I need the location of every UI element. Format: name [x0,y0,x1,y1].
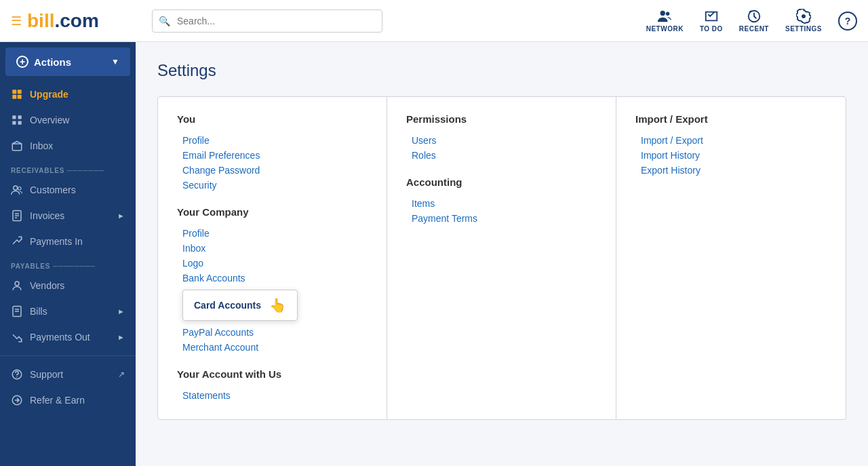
svg-point-0 [660,11,665,16]
sidebar-divider [0,355,136,356]
payment-terms-link[interactable]: Payment Terms [406,211,597,226]
recent-nav-item[interactable]: RECENT [739,9,769,33]
logo-link[interactable]: Logo [177,256,368,271]
logo: bill.com [27,10,99,32]
sidebar-item-customers[interactable]: Customers [0,177,136,203]
network-nav-item[interactable]: NETWORK [646,9,684,33]
svg-rect-12 [18,121,22,125]
paypal-accounts-link[interactable]: PayPal Accounts [177,325,368,340]
export-history-link[interactable]: Export History [635,163,827,178]
sidebar-item-inbox[interactable]: Inbox [0,133,136,159]
sidebar-item-invoices[interactable]: Invoices ► [0,203,136,229]
sidebar-item-payments-in[interactable]: Payments In [0,229,136,254]
vendors-icon [11,279,23,292]
support-icon [11,368,23,381]
sidebar-item-overview[interactable]: Overview [0,107,136,133]
payments-out-chevron-icon: ► [117,333,125,341]
profile-link[interactable]: Profile [177,133,368,148]
bank-accounts-link[interactable]: Bank Accounts [177,271,368,286]
sidebar-item-vendors[interactable]: Vendors [0,273,136,298]
svg-point-1 [666,12,670,16]
your-account-section-title: Your Account with Us [177,368,368,380]
todo-icon [704,9,719,24]
users-link[interactable]: Users [406,133,597,148]
svg-rect-9 [12,115,16,119]
statements-link[interactable]: Statements [177,388,368,403]
import-history-link[interactable]: Import History [635,148,827,163]
search-input[interactable] [152,9,382,33]
svg-rect-7 [12,95,16,99]
topbar: ☰ bill.com 🔍 NETWORK TO DO RECENT SETTI [0,0,868,42]
security-link[interactable]: Security [177,178,368,193]
search-bar: 🔍 [152,9,382,33]
sidebar: + Actions ▼ Upgrade Overview Inbox RECEI… [0,42,136,466]
receivables-section-label: RECEIVABLES ─────── [0,159,136,177]
refer-earn-icon [11,394,23,406]
your-company-section-title: Your Company [177,206,368,218]
company-profile-link[interactable]: Profile [177,226,368,241]
actions-chevron-icon: ▼ [111,57,119,66]
actions-button[interactable]: + Actions ▼ [5,47,130,76]
svg-rect-11 [12,121,16,125]
settings-icon [796,9,811,24]
invoices-chevron-icon: ► [117,212,125,220]
page-title: Settings [157,61,846,80]
cursor-icon: 👆 [269,297,286,313]
payables-section-label: PAYABLES ──────── [0,254,136,273]
bills-icon [11,305,23,317]
upgrade-item[interactable]: Upgrade [0,81,136,107]
upgrade-icon [11,88,23,100]
card-accounts-tooltip[interactable]: Card Accounts 👆 [182,290,298,321]
svg-rect-6 [18,90,22,94]
main-layout: + Actions ▼ Upgrade Overview Inbox RECEI… [0,42,868,466]
content-area: Settings You Profile Email Preferences C… [136,42,868,466]
svg-point-24 [16,376,18,378]
external-link-icon: ↗ [118,370,125,379]
settings-label: SETTINGS [785,25,822,33]
svg-rect-10 [18,115,22,119]
svg-point-4 [802,14,806,18]
settings-col-2: Permissions Users Roles Accounting Items… [387,97,616,419]
accounting-section-title: Accounting [406,176,597,188]
company-inbox-link[interactable]: Inbox [177,241,368,256]
svg-point-19 [15,281,19,286]
email-preferences-link[interactable]: Email Preferences [177,148,368,163]
invoices-icon [11,210,23,222]
hamburger-icon[interactable]: ☰ [11,14,22,28]
sidebar-item-payments-out[interactable]: Payments Out ► [0,324,136,350]
recent-label: RECENT [739,25,769,33]
svg-rect-5 [12,90,16,94]
payments-in-icon [11,235,23,248]
help-button[interactable]: ? [838,12,857,31]
payments-out-icon [11,331,23,343]
topbar-right: NETWORK TO DO RECENT SETTINGS ? [646,9,857,33]
svg-point-13 [14,186,18,190]
todo-nav-item[interactable]: TO DO [700,9,723,33]
card-accounts-tooltip-container: Card Accounts 👆 [182,290,368,321]
search-icon: 🔍 [159,16,170,26]
merchant-account-link[interactable]: Merchant Account [177,340,368,355]
network-label: NETWORK [646,25,684,33]
change-password-link[interactable]: Change Password [177,163,368,178]
import-export-section-title: Import / Export [635,113,827,125]
sidebar-item-support[interactable]: Support ↗ [0,362,136,387]
settings-grid: You Profile Email Preferences Change Pas… [157,96,846,420]
settings-col-3: Import / Export Import / Export Import H… [616,97,846,419]
sidebar-item-refer-earn[interactable]: Refer & Earn [0,387,136,413]
inbox-icon [11,140,23,152]
logo-area: ☰ bill.com [11,10,146,32]
permissions-section-title: Permissions [406,113,597,125]
sidebar-item-bills[interactable]: Bills ► [0,298,136,324]
import-export-link[interactable]: Import / Export [635,133,827,148]
settings-nav-item[interactable]: SETTINGS [785,9,822,33]
roles-link[interactable]: Roles [406,148,597,163]
network-icon [657,9,672,24]
add-icon: + [16,56,28,68]
customers-icon [11,184,23,196]
todo-label: TO DO [700,25,723,33]
settings-col-1: You Profile Email Preferences Change Pas… [158,97,387,419]
recent-icon [747,9,762,24]
items-link[interactable]: Items [406,196,597,211]
svg-rect-8 [18,95,22,99]
svg-point-14 [18,187,22,191]
